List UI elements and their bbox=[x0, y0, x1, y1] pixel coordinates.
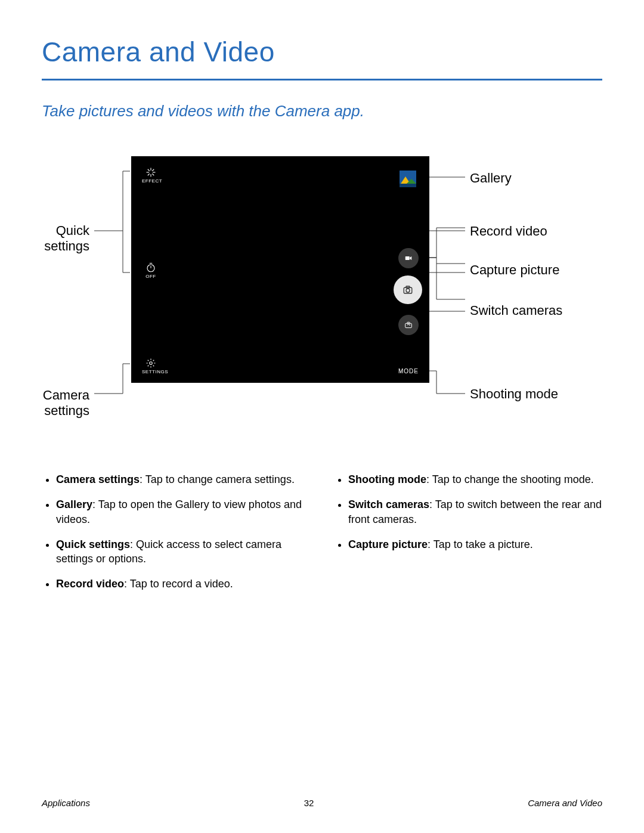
leader-line-gallery bbox=[429, 177, 465, 178]
timer-icon[interactable]: OFF bbox=[142, 262, 160, 279]
list-item: Switch cameras: Tap to switch between th… bbox=[348, 497, 602, 527]
svg-rect-27 bbox=[407, 322, 410, 324]
svg-line-11 bbox=[148, 174, 150, 175]
svg-rect-20 bbox=[400, 184, 416, 187]
right-column: Shooting mode: Tap to change the shootin… bbox=[334, 472, 602, 602]
leader-line-switch bbox=[429, 311, 465, 312]
settings-label: SETTINGS bbox=[142, 369, 160, 374]
svg-rect-25 bbox=[406, 286, 410, 288]
list-item: Camera settings: Tap to change camera se… bbox=[56, 472, 310, 487]
leader-bracket-right bbox=[429, 228, 465, 299]
page-subtitle: Take pictures and videos with the Camera… bbox=[42, 102, 602, 120]
effect-icon[interactable]: EFFECT bbox=[142, 167, 160, 184]
leader-line-record bbox=[429, 231, 465, 231]
footer-right: Camera and Video bbox=[528, 798, 602, 808]
capture-picture-button[interactable] bbox=[394, 275, 422, 304]
svg-line-9 bbox=[148, 169, 150, 171]
svg-marker-22 bbox=[410, 256, 411, 260]
callout-camera-settings: Camera settings bbox=[42, 388, 89, 419]
settings-icon[interactable]: SETTINGS bbox=[142, 358, 160, 374]
mode-button[interactable]: MODE bbox=[398, 368, 419, 374]
list-item: Quick settings: Quick access to select c… bbox=[56, 537, 310, 566]
feature-description-columns: Camera settings: Tap to change camera se… bbox=[42, 472, 602, 602]
callout-capture-picture: Capture picture bbox=[470, 262, 559, 278]
callout-record-video: Record video bbox=[470, 224, 547, 239]
footer-left: Applications bbox=[42, 798, 90, 808]
right-bullet-list: Shooting mode: Tap to change the shootin… bbox=[334, 472, 602, 552]
timer-label: OFF bbox=[142, 274, 160, 279]
leader-line-mode bbox=[429, 371, 465, 395]
list-item: Capture picture: Tap to take a picture. bbox=[348, 537, 602, 552]
page-footer: Applications 32 Camera and Video bbox=[42, 798, 602, 808]
camera-screen: EFFECT OFF SETTINGS MODE bbox=[131, 156, 429, 383]
gallery-thumbnail[interactable] bbox=[400, 171, 416, 187]
svg-line-10 bbox=[152, 174, 154, 175]
callout-gallery: Gallery bbox=[470, 171, 512, 186]
left-bullet-list: Camera settings: Tap to change camera se… bbox=[42, 472, 310, 592]
callout-shooting-mode: Shooting mode bbox=[470, 386, 558, 402]
svg-point-16 bbox=[150, 362, 153, 365]
footer-page-number: 32 bbox=[304, 798, 314, 808]
svg-line-12 bbox=[152, 169, 154, 171]
camera-diagram: Quick settings Camera settings Gallery R… bbox=[42, 156, 602, 431]
left-column: Camera settings: Tap to change camera se… bbox=[42, 472, 310, 602]
effect-label: EFFECT bbox=[142, 178, 160, 184]
list-item: Gallery: Tap to open the Gallery to view… bbox=[56, 497, 310, 527]
callout-switch-cameras: Switch cameras bbox=[470, 303, 562, 318]
list-item: Shooting mode: Tap to change the shootin… bbox=[348, 472, 602, 487]
leader-bracket-quick-settings bbox=[94, 171, 130, 275]
title-rule bbox=[42, 79, 602, 80]
svg-point-24 bbox=[406, 289, 410, 292]
leader-line-camera-settings bbox=[94, 364, 130, 397]
record-video-button[interactable] bbox=[398, 248, 419, 268]
callout-quick-settings: Quick settings bbox=[42, 223, 89, 255]
list-item: Record video: Tap to record a video. bbox=[56, 577, 310, 591]
switch-cameras-button[interactable] bbox=[398, 315, 419, 335]
svg-rect-21 bbox=[405, 256, 410, 260]
leader-line-capture bbox=[429, 272, 465, 273]
page-title: Camera and Video bbox=[42, 36, 602, 68]
